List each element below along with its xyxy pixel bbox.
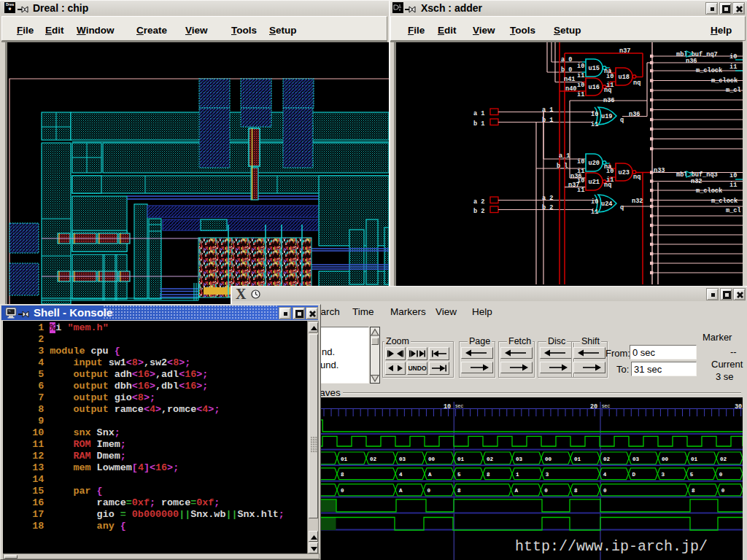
svg-text:00: 00 xyxy=(662,456,669,462)
svg-text:u15: u15 xyxy=(589,65,600,72)
svg-text:nq: nq xyxy=(633,174,640,181)
svg-text:n36: n36 xyxy=(629,111,640,118)
svg-text:b 0: b 0 xyxy=(561,66,572,74)
svg-text:A: A xyxy=(399,488,403,494)
svg-text:m_clock: m_clock xyxy=(711,198,738,205)
svg-text:30: 30 xyxy=(735,403,742,411)
svg-text:01: 01 xyxy=(341,456,348,462)
svg-text:nq: nq xyxy=(604,182,611,189)
svg-text:01: 01 xyxy=(574,456,581,462)
svg-text:03: 03 xyxy=(632,456,640,462)
svg-text:0: 0 xyxy=(341,488,344,494)
svg-text:03: 03 xyxy=(399,456,406,462)
svg-text:02: 02 xyxy=(720,456,727,462)
svg-text:u21: u21 xyxy=(589,179,600,186)
svg-text:4: 4 xyxy=(603,472,607,478)
svg-text:i0: i0 xyxy=(729,172,737,179)
svg-text:u18: u18 xyxy=(619,74,630,81)
svg-text:i0: i0 xyxy=(591,111,598,118)
svg-text:8: 8 xyxy=(341,472,344,478)
svg-text:01: 01 xyxy=(457,456,465,462)
svg-text:8: 8 xyxy=(692,488,695,494)
svg-text:0: 0 xyxy=(721,488,725,494)
svg-text:a_1: a_1 xyxy=(559,152,570,160)
svg-text:m_cl: m_cl xyxy=(726,207,741,214)
svg-text:i0: i0 xyxy=(577,177,584,184)
svg-text:a 0: a 0 xyxy=(561,56,572,63)
svg-text:i1: i1 xyxy=(729,63,737,71)
svg-text:m_cl: m_cl xyxy=(726,87,741,94)
svg-text:u24: u24 xyxy=(601,201,612,208)
svg-text:a 2: a 2 xyxy=(473,198,484,206)
svg-text:0: 0 xyxy=(603,488,607,494)
svg-text:n33: n33 xyxy=(654,167,665,174)
svg-text:i0: i0 xyxy=(591,198,598,206)
svg-text:i0: i0 xyxy=(577,82,584,89)
svg-text:10: 10 xyxy=(444,403,451,411)
svg-text:5: 5 xyxy=(457,472,461,478)
svg-text:b 1: b 1 xyxy=(473,120,484,128)
svg-text:i1: i1 xyxy=(577,187,584,194)
svg-text:5: 5 xyxy=(690,472,694,478)
svg-text:m_clock: m_clock xyxy=(696,187,722,195)
svg-text:u20: u20 xyxy=(589,160,600,167)
svg-text:00: 00 xyxy=(545,456,552,462)
svg-text:i1: i1 xyxy=(729,182,737,189)
svg-text:sec: sec xyxy=(455,403,463,408)
svg-text:1: 1 xyxy=(516,472,519,478)
svg-text:m_clock: m_clock xyxy=(696,67,722,74)
svg-text:i1: i1 xyxy=(591,121,598,128)
svg-text:A: A xyxy=(515,488,519,494)
svg-text:8: 8 xyxy=(574,488,578,494)
svg-text:D: D xyxy=(632,472,636,478)
svg-text:i1: i1 xyxy=(591,209,598,216)
svg-text:q: q xyxy=(620,204,624,211)
svg-text:u23: u23 xyxy=(619,169,630,176)
svg-text:3: 3 xyxy=(661,472,665,478)
svg-text:01: 01 xyxy=(691,456,698,462)
svg-text:nq: nq xyxy=(633,79,640,87)
svg-text:i0: i0 xyxy=(606,73,614,80)
svg-text:u16: u16 xyxy=(589,84,600,91)
svg-text:nq: nq xyxy=(604,87,611,94)
svg-text:0: 0 xyxy=(719,472,723,478)
svg-text:20: 20 xyxy=(590,403,597,411)
svg-text:8: 8 xyxy=(487,472,490,478)
svg-text:02: 02 xyxy=(603,456,611,462)
svg-text:0: 0 xyxy=(544,488,548,494)
svg-text:i0: i0 xyxy=(577,63,584,70)
svg-text:0: 0 xyxy=(427,488,430,494)
svg-text:03: 03 xyxy=(516,456,523,462)
svg-text:i0: i0 xyxy=(577,158,584,166)
svg-text:02: 02 xyxy=(487,456,494,462)
svg-text:n40: n40 xyxy=(565,85,576,93)
svg-text:n32: n32 xyxy=(632,198,643,205)
svg-text:a 1: a 1 xyxy=(473,110,484,117)
svg-text:sec: sec xyxy=(602,403,610,408)
svg-text:q: q xyxy=(620,117,624,124)
svg-text:3: 3 xyxy=(546,472,549,478)
svg-text:00: 00 xyxy=(428,456,436,462)
svg-text:n36: n36 xyxy=(686,58,697,65)
svg-text:i1: i1 xyxy=(577,72,584,79)
svg-text:02: 02 xyxy=(370,456,377,462)
svg-text:b 2: b 2 xyxy=(473,208,484,215)
svg-text:n37: n37 xyxy=(619,47,630,55)
svg-text:i1: i1 xyxy=(577,91,584,98)
svg-text:http://www.ip-arch.jp/: http://www.ip-arch.jp/ xyxy=(515,538,708,555)
svg-text:n41: n41 xyxy=(564,76,575,83)
svg-text:4: 4 xyxy=(399,472,403,478)
svg-text:n32: n32 xyxy=(691,178,702,185)
svg-text:n36: n36 xyxy=(603,97,614,104)
svg-text:i0: i0 xyxy=(606,168,614,175)
svg-text:b_l: b_l xyxy=(557,163,568,170)
svg-text:u19: u19 xyxy=(601,113,612,120)
svg-text:A: A xyxy=(428,472,432,478)
svg-text:8: 8 xyxy=(457,488,461,494)
svg-text:m_clock: m_clock xyxy=(711,77,738,85)
